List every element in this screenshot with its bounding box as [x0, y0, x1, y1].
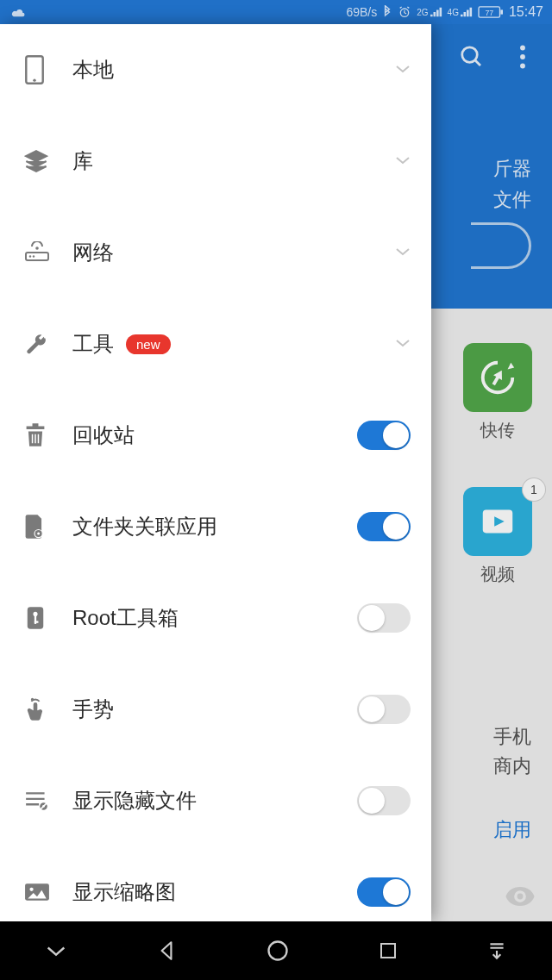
menu-item-root-toolbox[interactable]: Root工具箱 — [0, 572, 431, 664]
android-status-bar: 69B/s 2G 4G 77 15:47 — [0, 0, 552, 24]
router-icon — [24, 241, 72, 264]
svg-point-19 — [33, 612, 37, 616]
wrench-icon — [24, 332, 72, 356]
svg-point-17 — [37, 533, 40, 535]
svg-rect-2 — [500, 9, 503, 14]
nav-down-icon[interactable] — [44, 942, 68, 959]
navigation-drawer: 本地 库 网络 工具 new 回收站 文件夹关联应用 — [0, 24, 431, 921]
signal-4g: 4G — [448, 7, 473, 17]
menu-label-thumbnails: 显示缩略图 — [72, 878, 357, 906]
menu-item-recycle-bin[interactable]: 回收站 — [0, 390, 431, 481]
toggle-thumbnails[interactable] — [357, 877, 411, 907]
nav-home-icon[interactable] — [266, 939, 290, 963]
svg-point-27 — [29, 888, 33, 891]
toggle-folder-assoc[interactable] — [357, 512, 411, 541]
menu-label-tools: 工具 — [72, 330, 114, 358]
bluetooth-icon — [382, 5, 392, 19]
menu-label-hidden-files: 显示隐藏文件 — [72, 787, 357, 815]
image-icon — [24, 882, 72, 902]
menu-item-tools[interactable]: 工具 new — [0, 298, 431, 390]
new-badge: new — [126, 334, 171, 354]
key-icon — [24, 605, 72, 631]
nav-back-icon[interactable] — [155, 939, 178, 962]
toggle-hidden-files[interactable] — [357, 786, 411, 815]
nav-recent-icon[interactable] — [378, 940, 398, 961]
svg-point-22 — [31, 698, 34, 701]
nav-pulldown-icon[interactable] — [486, 939, 508, 962]
android-nav-bar — [0, 921, 552, 980]
list-eye-icon — [24, 790, 72, 812]
svg-rect-21 — [34, 621, 39, 622]
menu-label-recycle-bin: 回收站 — [72, 421, 357, 449]
svg-rect-29 — [381, 944, 395, 958]
menu-item-network[interactable]: 网络 — [0, 207, 431, 298]
svg-point-11 — [33, 78, 35, 81]
menu-item-library[interactable]: 库 — [0, 115, 431, 207]
menu-label-root-toolbox: Root工具箱 — [72, 604, 357, 632]
chevron-down-icon — [395, 336, 411, 352]
svg-text:77: 77 — [485, 9, 493, 17]
file-eye-icon — [24, 514, 72, 540]
alarm-icon — [398, 5, 411, 19]
menu-item-gesture[interactable]: 手势 — [0, 664, 431, 755]
phone-icon — [24, 55, 72, 84]
toggle-recycle-bin[interactable] — [357, 421, 411, 450]
chevron-down-icon — [395, 62, 411, 78]
menu-item-folder-assoc[interactable]: 文件夹关联应用 — [0, 481, 431, 572]
svg-point-15 — [33, 255, 34, 257]
toggle-gesture[interactable] — [357, 695, 411, 724]
svg-point-28 — [268, 942, 286, 960]
toggle-root-toolbox[interactable] — [357, 603, 411, 633]
trash-icon — [24, 422, 72, 448]
layers-icon — [24, 149, 72, 173]
clock: 15:47 — [509, 4, 543, 20]
menu-item-local[interactable]: 本地 — [0, 24, 431, 115]
svg-point-14 — [29, 255, 31, 257]
menu-item-hidden-files[interactable]: 显示隐藏文件 — [0, 755, 431, 846]
menu-item-thumbnails[interactable]: 显示缩略图 — [0, 846, 431, 921]
menu-label-gesture: 手势 — [72, 696, 357, 723]
menu-label-network: 网络 — [72, 239, 395, 266]
chevron-down-icon — [395, 153, 411, 169]
menu-label-folder-assoc: 文件夹关联应用 — [72, 513, 357, 540]
network-speed: 69B/s — [346, 5, 377, 19]
battery-indicator: 77 — [478, 6, 504, 18]
chevron-down-icon — [395, 245, 411, 260]
gesture-icon — [24, 696, 72, 722]
status-cloud-icon — [10, 6, 26, 18]
svg-point-13 — [35, 247, 39, 250]
menu-label-local: 本地 — [72, 56, 395, 84]
menu-label-library: 库 — [72, 147, 395, 175]
signal-2g: 2G — [417, 7, 442, 17]
